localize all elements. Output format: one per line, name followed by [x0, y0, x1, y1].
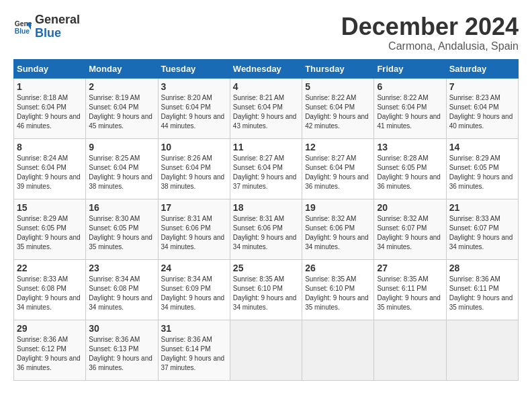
calendar-cell: 25Sunrise: 8:35 AMSunset: 6:10 PMDayligh…	[230, 259, 302, 320]
calendar-cell	[230, 320, 302, 380]
calendar-week-row: 1Sunrise: 8:18 AMSunset: 6:04 PMDaylight…	[14, 78, 519, 138]
day-info: Sunrise: 8:21 AMSunset: 6:04 PMDaylight:…	[233, 93, 299, 131]
header-thursday: Thursday	[302, 59, 374, 78]
calendar-week-row: 29Sunrise: 8:36 AMSunset: 6:12 PMDayligh…	[14, 320, 519, 380]
svg-text:Blue: Blue	[15, 28, 30, 35]
header-friday: Friday	[374, 59, 446, 78]
location-subtitle: Carmona, Andalusia, Spain	[341, 40, 519, 52]
day-info: Sunrise: 8:33 AMSunset: 6:08 PMDaylight:…	[17, 275, 83, 312]
logo-icon: General Blue	[13, 17, 32, 36]
calendar-cell: 16Sunrise: 8:30 AMSunset: 6:05 PMDayligh…	[86, 199, 158, 259]
day-info: Sunrise: 8:26 AMSunset: 6:04 PMDaylight:…	[161, 154, 227, 191]
day-info: Sunrise: 8:33 AMSunset: 6:07 PMDaylight:…	[449, 214, 515, 252]
calendar-cell: 31Sunrise: 8:36 AMSunset: 6:14 PMDayligh…	[158, 320, 230, 380]
day-info: Sunrise: 8:27 AMSunset: 6:04 PMDaylight:…	[233, 154, 299, 191]
day-info: Sunrise: 8:31 AMSunset: 6:06 PMDaylight:…	[161, 214, 227, 252]
day-number: 17	[161, 202, 227, 213]
title-area: December 2024 Carmona, Andalusia, Spain	[341, 13, 519, 52]
calendar-cell: 1Sunrise: 8:18 AMSunset: 6:04 PMDaylight…	[14, 78, 86, 138]
day-info: Sunrise: 8:29 AMSunset: 6:05 PMDaylight:…	[17, 214, 83, 252]
day-number: 27	[377, 263, 443, 273]
calendar-cell: 12Sunrise: 8:27 AMSunset: 6:04 PMDayligh…	[302, 138, 374, 199]
day-number: 25	[233, 263, 299, 273]
day-info: Sunrise: 8:36 AMSunset: 6:13 PMDaylight:…	[89, 335, 154, 373]
day-number: 21	[449, 202, 515, 213]
day-number: 28	[449, 263, 515, 273]
calendar-cell: 27Sunrise: 8:35 AMSunset: 6:11 PMDayligh…	[374, 259, 446, 320]
day-number: 31	[161, 323, 227, 334]
day-number: 16	[89, 202, 154, 213]
calendar-cell: 26Sunrise: 8:35 AMSunset: 6:10 PMDayligh…	[302, 259, 374, 320]
day-number: 8	[17, 142, 83, 152]
calendar-cell: 23Sunrise: 8:34 AMSunset: 6:08 PMDayligh…	[86, 259, 158, 320]
day-info: Sunrise: 8:23 AMSunset: 6:04 PMDaylight:…	[449, 93, 515, 131]
calendar-cell: 13Sunrise: 8:28 AMSunset: 6:05 PMDayligh…	[374, 138, 446, 199]
day-info: Sunrise: 8:22 AMSunset: 6:04 PMDaylight:…	[377, 93, 443, 131]
day-number: 26	[305, 263, 371, 273]
calendar-cell: 18Sunrise: 8:31 AMSunset: 6:06 PMDayligh…	[230, 199, 302, 259]
month-title: December 2024	[341, 13, 519, 40]
calendar-cell: 7Sunrise: 8:23 AMSunset: 6:04 PMDaylight…	[446, 78, 518, 138]
calendar-cell: 20Sunrise: 8:32 AMSunset: 6:07 PMDayligh…	[374, 199, 446, 259]
calendar-cell: 15Sunrise: 8:29 AMSunset: 6:05 PMDayligh…	[14, 199, 86, 259]
day-info: Sunrise: 8:28 AMSunset: 6:05 PMDaylight:…	[377, 154, 443, 191]
day-info: Sunrise: 8:36 AMSunset: 6:12 PMDaylight:…	[17, 335, 83, 373]
day-info: Sunrise: 8:20 AMSunset: 6:04 PMDaylight:…	[161, 93, 227, 131]
page-header: General Blue General Blue December 2024 …	[13, 13, 519, 52]
calendar-cell: 28Sunrise: 8:36 AMSunset: 6:11 PMDayligh…	[446, 259, 518, 320]
calendar-cell: 22Sunrise: 8:33 AMSunset: 6:08 PMDayligh…	[14, 259, 86, 320]
day-info: Sunrise: 8:18 AMSunset: 6:04 PMDaylight:…	[17, 93, 83, 131]
day-number: 2	[89, 81, 154, 92]
calendar-cell: 10Sunrise: 8:26 AMSunset: 6:04 PMDayligh…	[158, 138, 230, 199]
day-number: 5	[305, 81, 371, 92]
day-number: 24	[161, 263, 227, 273]
calendar-cell: 19Sunrise: 8:32 AMSunset: 6:06 PMDayligh…	[302, 199, 374, 259]
calendar-cell: 24Sunrise: 8:34 AMSunset: 6:09 PMDayligh…	[158, 259, 230, 320]
calendar-table: SundayMondayTuesdayWednesdayThursdayFrid…	[13, 59, 519, 381]
calendar-cell: 11Sunrise: 8:27 AMSunset: 6:04 PMDayligh…	[230, 138, 302, 199]
calendar-week-row: 8Sunrise: 8:24 AMSunset: 6:04 PMDaylight…	[14, 138, 519, 199]
day-number: 1	[17, 81, 83, 92]
day-info: Sunrise: 8:35 AMSunset: 6:10 PMDaylight:…	[233, 275, 299, 312]
day-info: Sunrise: 8:34 AMSunset: 6:08 PMDaylight:…	[89, 275, 154, 312]
day-number: 13	[377, 142, 443, 152]
day-info: Sunrise: 8:29 AMSunset: 6:05 PMDaylight:…	[449, 154, 515, 191]
calendar-cell: 8Sunrise: 8:24 AMSunset: 6:04 PMDaylight…	[14, 138, 86, 199]
day-number: 7	[449, 81, 515, 92]
day-number: 11	[233, 142, 299, 152]
calendar-cell: 9Sunrise: 8:25 AMSunset: 6:04 PMDaylight…	[86, 138, 158, 199]
day-number: 19	[305, 202, 371, 213]
day-info: Sunrise: 8:19 AMSunset: 6:04 PMDaylight:…	[89, 93, 154, 131]
day-number: 29	[17, 323, 83, 334]
calendar-cell: 29Sunrise: 8:36 AMSunset: 6:12 PMDayligh…	[14, 320, 86, 380]
day-number: 3	[161, 81, 227, 92]
header-sunday: Sunday	[14, 59, 86, 78]
logo: General Blue General Blue	[13, 13, 80, 40]
day-info: Sunrise: 8:36 AMSunset: 6:14 PMDaylight:…	[161, 335, 227, 373]
day-info: Sunrise: 8:30 AMSunset: 6:05 PMDaylight:…	[89, 214, 154, 252]
day-info: Sunrise: 8:36 AMSunset: 6:11 PMDaylight:…	[449, 275, 515, 312]
day-number: 14	[449, 142, 515, 152]
header-tuesday: Tuesday	[158, 59, 230, 78]
calendar-cell: 3Sunrise: 8:20 AMSunset: 6:04 PMDaylight…	[158, 78, 230, 138]
calendar-cell: 14Sunrise: 8:29 AMSunset: 6:05 PMDayligh…	[446, 138, 518, 199]
header-wednesday: Wednesday	[230, 59, 302, 78]
day-info: Sunrise: 8:35 AMSunset: 6:11 PMDaylight:…	[377, 275, 443, 312]
day-number: 18	[233, 202, 299, 213]
day-number: 4	[233, 81, 299, 92]
day-info: Sunrise: 8:34 AMSunset: 6:09 PMDaylight:…	[161, 275, 227, 312]
day-info: Sunrise: 8:32 AMSunset: 6:07 PMDaylight:…	[377, 214, 443, 252]
day-number: 9	[89, 142, 154, 152]
day-info: Sunrise: 8:32 AMSunset: 6:06 PMDaylight:…	[305, 214, 371, 252]
header-monday: Monday	[86, 59, 158, 78]
day-info: Sunrise: 8:35 AMSunset: 6:10 PMDaylight:…	[305, 275, 371, 312]
calendar-cell	[374, 320, 446, 380]
calendar-cell	[302, 320, 374, 380]
calendar-cell: 17Sunrise: 8:31 AMSunset: 6:06 PMDayligh…	[158, 199, 230, 259]
day-info: Sunrise: 8:27 AMSunset: 6:04 PMDaylight:…	[305, 154, 371, 191]
header-saturday: Saturday	[446, 59, 518, 78]
calendar-cell: 6Sunrise: 8:22 AMSunset: 6:04 PMDaylight…	[374, 78, 446, 138]
day-number: 15	[17, 202, 83, 213]
calendar-cell: 2Sunrise: 8:19 AMSunset: 6:04 PMDaylight…	[86, 78, 158, 138]
day-number: 23	[89, 263, 154, 273]
